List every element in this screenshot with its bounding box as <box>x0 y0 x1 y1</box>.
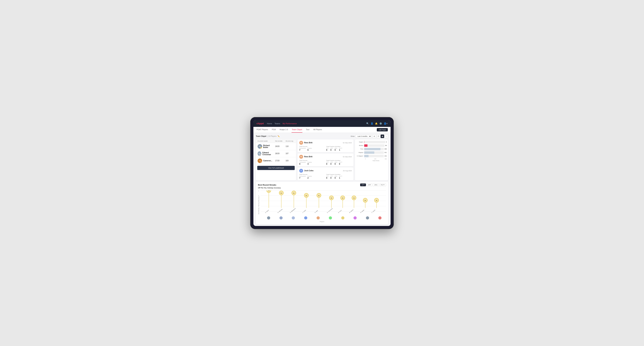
player-card-header: RB Rees Britt 02 Sep 2023 <box>299 141 352 145</box>
y-label-0: 0 <box>258 211 259 212</box>
bar-value: 96 <box>385 145 387 146</box>
rank-badge: 1 <box>260 147 262 149</box>
ott-stat: OTT 0 <box>326 148 329 151</box>
pa-label: Total Practice Activities <box>326 160 352 161</box>
streaks-title: Best Round Streaks <box>258 184 276 186</box>
bar-fill <box>364 151 374 154</box>
chart-view-btn[interactable]: ↕ <box>385 135 388 138</box>
player-avatar-small <box>316 216 320 219</box>
table-row: RB 1 Richard Butler 19/20 110 <box>256 143 296 150</box>
pc-date: 26 Aug 2023 <box>343 170 352 172</box>
app-label: APP <box>330 176 333 177</box>
streaks-subtitle: Off The Tee, Fairway Accuracy <box>258 187 386 189</box>
table-view-btn[interactable]: ▦ <box>380 135 384 138</box>
y-label-8: 8 <box>258 190 259 191</box>
nav-teams[interactable]: Teams <box>274 122 280 125</box>
practice-value: 6 <box>308 149 312 151</box>
player-avatars-row <box>262 216 386 219</box>
pc-stats: Total Rounds Tournament 8 Practice 4 <box>299 160 352 165</box>
app-value: 0 <box>330 149 333 151</box>
svg-text:4x: 4x <box>342 197 344 199</box>
pc-player-info: RB Rees Britt <box>299 141 312 145</box>
ott-label: OTT <box>326 148 329 149</box>
tab-tour[interactable]: Tour <box>306 127 310 133</box>
rounds-label: Total Rounds <box>299 174 325 175</box>
table-row: CA 3 Cameron... 17/20 103 <box>256 157 296 165</box>
tablet-screen: clippd Home Teams My Performance 🔍 👤 🔔 ⚙… <box>254 120 390 226</box>
pa-row: OTT 0 APP 0 ARG 0 <box>326 148 352 151</box>
filter-arg[interactable]: ARG <box>373 183 379 186</box>
arg-stat: ARG 0 <box>334 162 337 165</box>
player-name: Cameron... <box>263 160 272 162</box>
player-info: EC 2 Edward Crossman <box>258 151 275 156</box>
tab-pga[interactable]: PGA <box>272 127 276 133</box>
grid-view-btn[interactable]: ⊞ <box>372 135 376 138</box>
tab-team-clippd[interactable]: Team Clippd <box>292 127 302 133</box>
filter-ott[interactable]: OTT <box>360 183 366 186</box>
avatar: EC 2 <box>258 151 261 156</box>
tablet-frame: clippd Home Teams My Performance 🔍 👤 🔔 ⚙… <box>250 117 394 229</box>
tab-hcaps[interactable]: Hcaps 1-5 <box>279 127 288 133</box>
view-leaderboard-button[interactable]: View Full Leaderboard <box>257 166 295 170</box>
ott-label: OTT <box>326 176 329 177</box>
player-card-header: JC Josh Coles 26 Aug 2023 <box>299 169 352 173</box>
col-player-name: PLAYER NAME <box>258 140 275 142</box>
practice-stat: Practice 2 <box>308 176 312 179</box>
bar-track <box>364 148 384 150</box>
team-label: Team Clippd | 14 Players ✏️ <box>256 135 280 137</box>
rounds-row: Tournament 7 Practice 2 <box>299 176 325 179</box>
list-view-btn[interactable]: ☰ <box>376 135 380 138</box>
arg-stat: ARG 0 <box>334 148 337 151</box>
practice-stat: Practice 6 <box>308 148 312 151</box>
app-label: APP <box>330 162 333 163</box>
svg-text:4x: 4x <box>353 197 355 199</box>
tabs-list: PGAT Players PGA Hcaps 1-5 Team Clippd T… <box>256 127 322 133</box>
team-name: Team Clippd <box>256 135 266 137</box>
time-period-select[interactable]: Last 3 months Last 6 months Last year <box>356 135 372 138</box>
player-count: | 14 Players <box>267 135 276 137</box>
pc-stats: Total Rounds Tournament 7 Practice 2 <box>299 174 352 179</box>
add-team-button[interactable]: Add Team <box>377 128 388 131</box>
streaks-chart-area: Best Streak, Fairway Accuracy <box>258 190 386 220</box>
rounds-group: Total Rounds Tournament 7 Practice 6 <box>299 146 325 151</box>
app-label: APP <box>330 148 333 149</box>
bar-fill <box>364 144 368 147</box>
bar-chart-card: Eagles 3 Birdies 96 <box>355 140 388 180</box>
rounds-group: Total Rounds Tournament 7 Practice 2 <box>299 174 325 179</box>
arg-label: ARG <box>334 176 337 177</box>
streaks-chart-svg: 7x 6x 6x <box>262 190 388 211</box>
streaks-filters: OTT APP ARG PUTT <box>360 183 386 186</box>
practice-label: Practice <box>308 162 312 163</box>
bell-icon[interactable]: 🔔 <box>375 122 378 125</box>
search-icon[interactable]: 🔍 <box>366 122 369 125</box>
tab-pgat-players[interactable]: PGAT Players <box>256 127 268 133</box>
tab-all-players[interactable]: All Players <box>313 127 322 133</box>
settings-icon[interactable]: ⚙️ <box>380 122 382 125</box>
arg-stat: ARG 0 <box>334 176 337 179</box>
player-name: Richard Butler <box>263 145 275 148</box>
player-avatar-small <box>280 216 282 219</box>
edit-icon[interactable]: ✏️ <box>278 135 280 137</box>
bar-track <box>364 155 384 157</box>
tournament-value: 7 <box>299 177 306 179</box>
tournament-label: Tournament <box>299 148 306 149</box>
pc-date: 02 Sep 2023 <box>343 142 352 144</box>
user-icon[interactable]: 👤 <box>371 122 373 125</box>
ott-stat: OTT 0 <box>326 176 329 179</box>
svg-text:5x: 5x <box>318 195 320 196</box>
player-card: RB Rees Britt 02 Sep 2023 Total Rounds T… <box>298 154 354 166</box>
x-label-200: 200 <box>374 158 376 160</box>
filter-putt[interactable]: PUTT <box>380 183 386 186</box>
arg-value: 0 <box>334 149 337 151</box>
player-avatar-small <box>378 216 382 219</box>
profile-icon[interactable]: 👤▾ <box>384 122 388 125</box>
nav-my-performance[interactable]: My Performance <box>282 122 297 125</box>
bar-row-eagles: Eagles 3 <box>356 141 387 143</box>
player-cards: RB Rees Britt 02 Sep 2023 Total Rounds T… <box>298 140 354 180</box>
pc-avatar: RB <box>299 141 303 145</box>
y-label-2: 2 <box>258 205 259 206</box>
putt-stat: PUTT 1 <box>339 176 342 179</box>
streaks-header: Best Round Streaks OTT APP ARG PUTT <box>258 183 386 186</box>
nav-home[interactable]: Home <box>267 122 272 125</box>
filter-app[interactable]: APP <box>366 183 372 186</box>
